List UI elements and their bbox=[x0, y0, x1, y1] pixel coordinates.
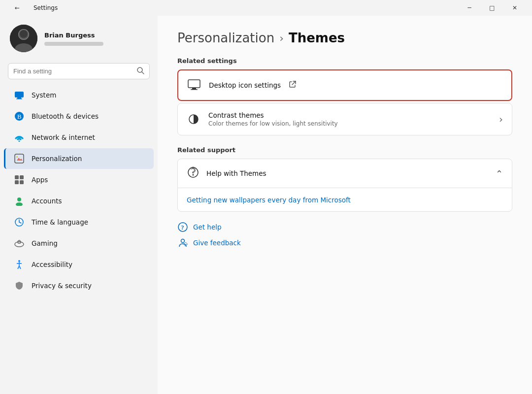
titlebar-left: ← Settings bbox=[6, 0, 58, 16]
svg-point-4 bbox=[20, 30, 28, 38]
sidebar-item-apps[interactable]: Apps bbox=[4, 169, 154, 190]
svg-rect-33 bbox=[192, 88, 196, 89]
svg-point-27 bbox=[18, 260, 20, 262]
user-info: Brian Burgess bbox=[44, 32, 103, 46]
privacy-icon bbox=[14, 280, 25, 291]
apps-icon bbox=[14, 174, 25, 185]
maximize-button[interactable]: □ bbox=[481, 0, 503, 16]
external-link-icon bbox=[289, 80, 297, 90]
sidebar-item-accounts[interactable]: Accounts bbox=[4, 191, 154, 211]
bluetooth-label: Bluetooth & devices bbox=[32, 112, 99, 120]
bottom-links: ? Get help Give feedback bbox=[177, 222, 512, 248]
give-feedback-label: Give feedback bbox=[193, 239, 241, 247]
svg-rect-15 bbox=[15, 175, 19, 179]
svg-rect-7 bbox=[15, 92, 24, 98]
contrast-themes-subtitle: Color themes for low vision, light sensi… bbox=[208, 120, 491, 127]
close-button[interactable]: ✕ bbox=[503, 0, 526, 16]
svg-point-26 bbox=[18, 240, 20, 242]
accounts-label: Accounts bbox=[32, 197, 62, 205]
user-profile[interactable]: Brian Burgess bbox=[0, 16, 158, 61]
svg-point-19 bbox=[17, 197, 21, 201]
help-icon bbox=[187, 166, 200, 181]
svg-rect-18 bbox=[20, 180, 24, 184]
breadcrumb: Personalization › Themes bbox=[177, 31, 512, 45]
desktop-icon-settings-title: Desktop icon settings bbox=[209, 81, 281, 89]
user-status-bar bbox=[44, 42, 103, 46]
system-icon bbox=[14, 90, 25, 100]
related-settings-label: Related settings bbox=[177, 57, 512, 65]
support-link[interactable]: Getting new wallpapers every day from Mi… bbox=[187, 196, 351, 204]
personalization-icon bbox=[14, 153, 25, 164]
svg-text:B: B bbox=[17, 113, 22, 120]
minimize-button[interactable]: ─ bbox=[458, 0, 481, 16]
accessibility-icon bbox=[14, 259, 25, 270]
svg-rect-34 bbox=[191, 89, 198, 90]
search-input[interactable] bbox=[13, 67, 133, 75]
chevron-up-icon: ⌃ bbox=[496, 168, 503, 179]
window-controls: ─ □ ✕ bbox=[458, 0, 526, 16]
sidebar-item-personalization[interactable]: Personalization bbox=[4, 148, 154, 169]
accessibility-label: Accessibility bbox=[32, 261, 72, 268]
svg-point-14 bbox=[16, 156, 18, 158]
network-icon bbox=[14, 132, 25, 143]
gaming-label: Gaming bbox=[32, 239, 58, 247]
get-help-icon: ? bbox=[177, 222, 188, 232]
sidebar: Brian Burgess bbox=[0, 16, 158, 394]
svg-rect-16 bbox=[20, 175, 24, 179]
chevron-right-icon bbox=[499, 113, 503, 125]
related-support-label: Related support bbox=[177, 146, 512, 154]
apps-label: Apps bbox=[32, 176, 48, 184]
sidebar-item-accessibility[interactable]: Accessibility bbox=[4, 254, 154, 275]
nav-list: System B Bluetooth & devices bbox=[0, 84, 158, 296]
get-help-item[interactable]: ? Get help bbox=[177, 222, 512, 232]
svg-line-31 bbox=[19, 266, 21, 269]
titlebar: ← Settings ─ □ ✕ bbox=[0, 0, 532, 16]
sidebar-item-network[interactable]: Network & internet bbox=[4, 127, 154, 148]
sidebar-item-system[interactable]: System bbox=[4, 85, 154, 105]
svg-line-6 bbox=[142, 72, 144, 74]
user-name: Brian Burgess bbox=[44, 32, 103, 39]
search-box[interactable] bbox=[8, 63, 150, 79]
contrast-themes-text: Contrast themes Color themes for low vis… bbox=[208, 111, 491, 127]
breadcrumb-parent: Personalization bbox=[177, 31, 274, 45]
desktop-icon-settings-item[interactable]: Desktop icon settings bbox=[177, 69, 512, 101]
get-help-label: Get help bbox=[193, 223, 222, 231]
back-button[interactable]: ← bbox=[6, 0, 29, 16]
avatar bbox=[10, 25, 37, 52]
sidebar-item-gaming[interactable]: Gaming bbox=[4, 233, 154, 254]
accounts-icon bbox=[14, 196, 25, 206]
breadcrumb-separator: › bbox=[279, 32, 284, 44]
system-label: System bbox=[32, 91, 56, 99]
app-title: Settings bbox=[33, 4, 58, 11]
network-label: Network & internet bbox=[32, 133, 95, 141]
support-box: Help with Themes ⌃ Getting new wallpaper… bbox=[177, 159, 512, 212]
breadcrumb-current: Themes bbox=[289, 31, 345, 45]
svg-point-24 bbox=[15, 242, 24, 247]
svg-line-23 bbox=[19, 222, 21, 223]
support-body: Getting new wallpapers every day from Mi… bbox=[178, 188, 512, 211]
search-icon bbox=[136, 66, 144, 76]
time-label: Time & language bbox=[32, 218, 88, 226]
personalization-label: Personalization bbox=[32, 155, 82, 163]
privacy-label: Privacy & security bbox=[32, 282, 92, 290]
main-content: Personalization › Themes Related setting… bbox=[158, 16, 532, 394]
svg-rect-32 bbox=[188, 80, 200, 88]
svg-point-12 bbox=[19, 140, 20, 142]
sidebar-item-time[interactable]: Time & language bbox=[4, 212, 154, 232]
support-header[interactable]: Help with Themes ⌃ bbox=[178, 159, 512, 188]
svg-point-41 bbox=[181, 239, 185, 243]
svg-point-20 bbox=[16, 202, 23, 206]
svg-rect-8 bbox=[17, 98, 21, 98]
svg-rect-9 bbox=[16, 98, 22, 99]
contrast-themes-title: Contrast themes bbox=[208, 111, 491, 119]
time-icon bbox=[14, 217, 25, 228]
app-container: Brian Burgess bbox=[0, 16, 532, 394]
svg-point-38 bbox=[193, 174, 194, 176]
svg-text:?: ? bbox=[181, 224, 184, 231]
sidebar-item-privacy[interactable]: Privacy & security bbox=[4, 275, 154, 296]
sidebar-item-bluetooth[interactable]: B Bluetooth & devices bbox=[4, 106, 154, 127]
contrast-themes-item[interactable]: Contrast themes Color themes for low vis… bbox=[177, 103, 512, 135]
gaming-icon bbox=[14, 238, 25, 249]
give-feedback-item[interactable]: Give feedback bbox=[177, 237, 512, 248]
support-header-title: Help with Themes bbox=[206, 169, 489, 177]
